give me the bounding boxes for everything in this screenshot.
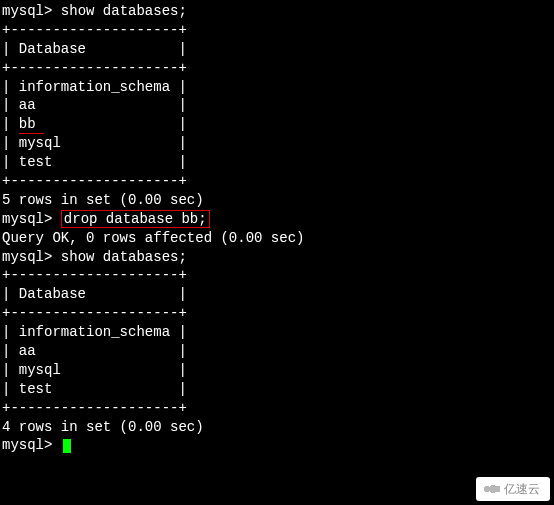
- terminal-line: | information_schema |: [2, 323, 552, 342]
- highlighted-db: bb: [19, 116, 44, 134]
- highlighted-command: drop database bb;: [61, 210, 210, 228]
- terminal-line: | aa |: [2, 96, 552, 115]
- terminal-line: | mysql |: [2, 361, 552, 380]
- terminal-line: | aa |: [2, 342, 552, 361]
- terminal-line: | test |: [2, 153, 552, 172]
- text-cursor[interactable]: [63, 439, 71, 453]
- terminal-line: +--------------------+: [2, 59, 552, 78]
- terminal-line: +--------------------+: [2, 399, 552, 418]
- terminal-line: mysql> show databases;: [2, 248, 552, 267]
- terminal-line: | mysql |: [2, 134, 552, 153]
- terminal-line: | information_schema |: [2, 78, 552, 97]
- terminal-line: +--------------------+: [2, 21, 552, 40]
- terminal-line: | bb |: [2, 115, 552, 134]
- watermark-logo: 亿速云: [476, 477, 550, 501]
- terminal-line: mysql> drop database bb;: [2, 210, 552, 229]
- terminal-line: +--------------------+: [2, 304, 552, 323]
- terminal-line: +--------------------+: [2, 172, 552, 191]
- mysql-prompt: mysql>: [2, 211, 52, 227]
- mysql-prompt: mysql>: [2, 249, 52, 265]
- row-pipe: |: [2, 116, 10, 132]
- terminal-line: 4 rows in set (0.00 sec): [2, 418, 552, 437]
- mysql-prompt: mysql>: [2, 437, 52, 453]
- terminal-line: 5 rows in set (0.00 sec): [2, 191, 552, 210]
- terminal-line: | Database |: [2, 285, 552, 304]
- terminal-line: +--------------------+: [2, 266, 552, 285]
- command-text: show databases;: [61, 3, 187, 19]
- terminal-line: | test |: [2, 380, 552, 399]
- command-text: show databases;: [61, 249, 187, 265]
- terminal-line: | Database |: [2, 40, 552, 59]
- watermark-text: 亿速云: [504, 482, 540, 496]
- terminal-line: mysql>: [2, 436, 552, 455]
- mysql-prompt: mysql>: [2, 3, 52, 19]
- terminal-line: Query OK, 0 rows affected (0.00 sec): [2, 229, 552, 248]
- terminal-line: mysql> show databases;: [2, 2, 552, 21]
